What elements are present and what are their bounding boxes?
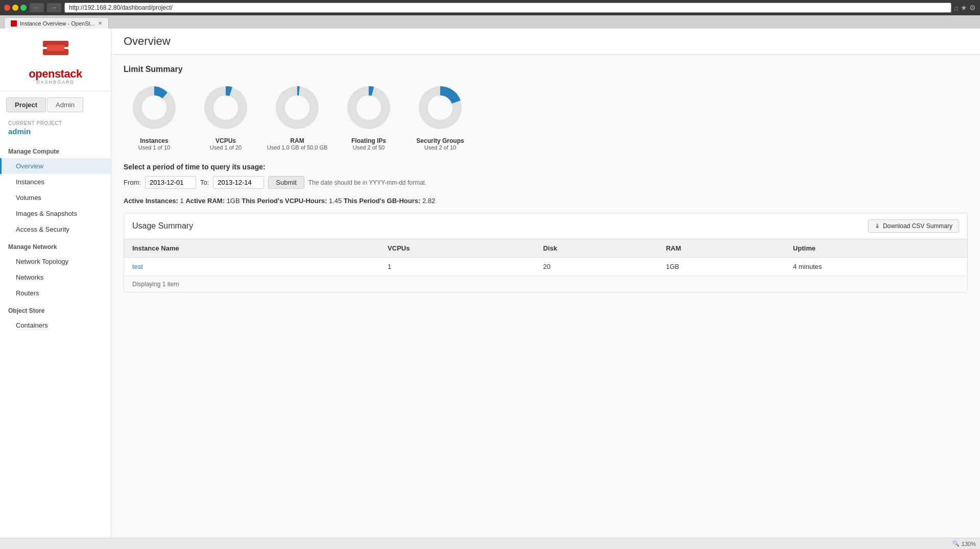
browser-action-buttons: ⌂ ★ ⚙ xyxy=(954,4,976,12)
instances-chart: Instances Used 1 of 10 xyxy=(124,82,185,151)
download-csv-button[interactable]: ⇓ Download CSV Summary xyxy=(868,219,959,233)
security-groups-chart-name: Security Groups xyxy=(416,137,464,144)
col-vcpus: VCPUs xyxy=(379,239,535,258)
limit-charts-row: Instances Used 1 of 10 xyxy=(124,82,968,151)
sidebar-item-routers[interactable]: Routers xyxy=(0,285,111,301)
security-groups-pie-container xyxy=(415,82,466,133)
col-disk: Disk xyxy=(535,239,658,258)
col-uptime: Uptime xyxy=(785,239,967,258)
usage-summary-title: Usage Summary xyxy=(132,221,193,231)
security-groups-chart: Security Groups Used 2 of 10 xyxy=(410,82,471,151)
back-button[interactable]: ← xyxy=(30,3,44,12)
sidebar-item-containers[interactable]: Containers xyxy=(0,317,111,333)
page-title: Overview xyxy=(124,35,968,48)
content-header: Overview xyxy=(111,29,980,55)
svg-point-12 xyxy=(428,95,452,120)
current-project-name: admin xyxy=(0,127,111,140)
address-bar[interactable] xyxy=(64,3,951,13)
sidebar-item-network-topology[interactable]: Network Topology xyxy=(0,254,111,269)
col-ram: RAM xyxy=(658,239,785,258)
logo-sub-text: DASHBOARD xyxy=(36,80,75,85)
floating-ips-pie-svg xyxy=(343,82,394,133)
tab-project[interactable]: Project xyxy=(6,97,46,112)
svg-rect-2 xyxy=(47,45,64,51)
security-groups-label: Security Groups Used 2 of 10 xyxy=(416,137,464,151)
main-content: Overview Limit Summary xyxy=(111,29,980,538)
settings-icon[interactable]: ⚙ xyxy=(969,4,976,12)
ram-pie-svg xyxy=(272,82,323,133)
from-label: From: xyxy=(124,179,141,186)
object-store-header: Object Store xyxy=(0,301,111,317)
app-container: openstack DASHBOARD Project Admin CURREN… xyxy=(0,29,980,538)
limit-summary-title: Limit Summary xyxy=(124,65,968,74)
vcpus-pie-svg xyxy=(200,82,251,133)
sidebar-item-instances[interactable]: Instances xyxy=(0,174,111,190)
nav-tabs-section: Project Admin CURRENT PROJECT admin xyxy=(0,91,111,142)
tab-bar: Instance Overview - OpenSt... ✕ xyxy=(0,15,980,29)
vcpus-chart-name: VCPUs xyxy=(210,137,242,144)
active-ram-label: Active RAM: xyxy=(185,197,225,205)
disk-cell: 20 xyxy=(535,258,658,276)
svg-point-6 xyxy=(213,95,238,120)
vcpus-label: VCPUs Used 1 of 20 xyxy=(210,137,242,151)
sidebar: openstack DASHBOARD Project Admin CURREN… xyxy=(0,29,111,538)
submit-button[interactable]: Submit xyxy=(268,176,304,189)
sidebar-item-overview[interactable]: Overview xyxy=(0,158,111,174)
forward-button[interactable]: → xyxy=(47,3,61,12)
svg-point-4 xyxy=(142,95,166,120)
active-tab[interactable]: Instance Overview - OpenSt... ✕ xyxy=(4,17,109,29)
ram-chart: RAM Used 1.0 GB of 50.0 GB xyxy=(267,82,328,151)
usage-table-body: test 1 20 1GB 4 minutes xyxy=(124,258,967,276)
ram-chart-name: RAM xyxy=(267,137,328,144)
gb-hours-value: 2.82 xyxy=(422,197,435,205)
to-label: To: xyxy=(200,179,209,186)
security-groups-chart-detail: Used 2 of 10 xyxy=(416,144,464,151)
stats-bar: Active Instances: 1 Active RAM: 1GB This… xyxy=(124,197,968,205)
close-window-button[interactable] xyxy=(4,5,10,11)
instance-link[interactable]: test xyxy=(132,263,143,270)
floating-ips-chart: Floating IPs Used 2 of 50 xyxy=(338,82,399,151)
openstack-logo: openstack DASHBOARD xyxy=(4,37,107,85)
vcpus-chart: VCPUs Used 1 of 20 xyxy=(195,82,256,151)
ram-pie-container xyxy=(272,82,323,133)
manage-compute-header: Manage Compute xyxy=(0,142,111,158)
logo-brand-text: openstack xyxy=(29,67,82,81)
vcpu-hours-label: This Period's VCPU-Hours: xyxy=(242,197,327,205)
tab-title: Instance Overview - OpenSt... xyxy=(20,20,95,27)
sidebar-item-access-security[interactable]: Access & Security xyxy=(0,221,111,237)
sidebar-item-networks[interactable]: Networks xyxy=(0,269,111,285)
maximize-window-button[interactable] xyxy=(20,5,27,11)
active-instances-value: 1 xyxy=(180,197,184,205)
usage-table-header: Instance Name VCPUs Disk RAM Uptime xyxy=(124,239,967,258)
zoom-icon: 🔍 xyxy=(952,540,960,547)
tab-admin[interactable]: Admin xyxy=(47,97,83,112)
download-icon: ⇓ xyxy=(875,222,880,230)
query-section: Select a period of time to query its usa… xyxy=(124,163,968,189)
current-project-label: CURRENT PROJECT xyxy=(0,116,111,127)
home-icon[interactable]: ⌂ xyxy=(954,4,959,12)
svg-point-8 xyxy=(285,95,309,120)
date-format-hint: The date should be in YYYY-mm-dd format. xyxy=(308,179,426,186)
vcpu-hours-value: 1.45 xyxy=(329,197,342,205)
from-date-input[interactable] xyxy=(145,176,196,189)
instances-label: Instances Used 1 of 10 xyxy=(138,137,170,151)
content-body: Limit Summary Instances Used 1 xyxy=(111,55,980,303)
query-title: Select a period of time to query its usa… xyxy=(124,163,968,171)
sidebar-item-images-snapshots[interactable]: Images & Snapshots xyxy=(0,206,111,221)
bookmark-icon[interactable]: ★ xyxy=(961,4,967,12)
logo-icon xyxy=(38,37,74,67)
table-header-row: Instance Name VCPUs Disk RAM Uptime xyxy=(124,239,967,258)
table-footer: Displaying 1 item xyxy=(124,276,967,292)
minimize-window-button[interactable] xyxy=(12,5,18,11)
to-date-input[interactable] xyxy=(213,176,264,189)
floating-ips-chart-detail: Used 2 of 50 xyxy=(351,144,386,151)
vcpus-cell: 1 xyxy=(379,258,535,276)
active-ram-value: 1GB xyxy=(227,197,240,205)
svg-point-10 xyxy=(356,95,381,120)
sidebar-item-volumes[interactable]: Volumes xyxy=(0,190,111,206)
project-admin-tabs: Project Admin xyxy=(6,97,105,112)
instances-pie-svg xyxy=(129,82,180,133)
active-instances-label: Active Instances: xyxy=(124,197,178,205)
zoom-level: 130% xyxy=(962,541,976,547)
tab-close-button[interactable]: ✕ xyxy=(98,20,102,26)
